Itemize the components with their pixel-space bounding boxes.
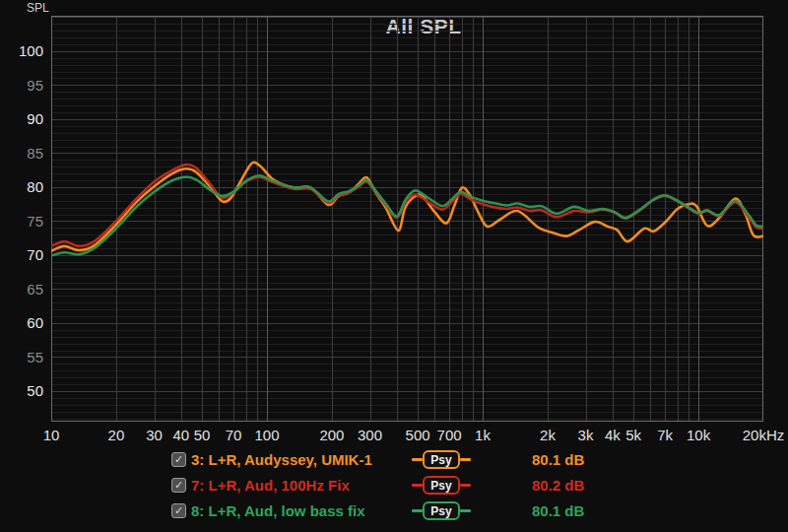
psy-smoothing-button[interactable]: Psy — [423, 501, 460, 520]
y-tick-label: 60 — [0, 314, 43, 331]
legend: ✓ 3: L+R, Audyssey, UMIK-1 Psy 80.1 dB ✓… — [171, 450, 611, 527]
psy-smoothing-button[interactable]: Psy — [423, 450, 460, 469]
visibility-checkbox[interactable]: ✓ — [171, 503, 186, 518]
trace-line-right — [460, 484, 471, 487]
y-tick-label: 55 — [0, 349, 43, 366]
smoothing-control: Psy — [412, 501, 471, 520]
checkmark-icon: ✓ — [174, 480, 183, 491]
smoothing-control: Psy — [412, 450, 471, 469]
x-tick-label: 10k — [667, 427, 730, 443]
x-tick-label: 1k — [451, 427, 514, 443]
trace-line-right — [460, 509, 471, 512]
visibility-checkbox[interactable]: ✓ — [171, 452, 186, 467]
checkmark-icon: ✓ — [174, 505, 183, 516]
spl-value: 80.1 dB — [532, 451, 611, 468]
measurement-label[interactable]: 8: L+R, Aud, low bass fix — [191, 502, 412, 519]
psy-smoothing-button[interactable]: Psy — [423, 476, 460, 495]
measurement-label[interactable]: 7: L+R, Aud, 100Hz Fix — [191, 477, 412, 494]
trace-line-right — [460, 458, 471, 461]
trace-line-left — [412, 458, 423, 461]
y-tick-label: 70 — [0, 246, 43, 263]
y-tick-label: 80 — [0, 178, 43, 195]
spl-value: 80.2 dB — [532, 477, 611, 494]
x-tick-label: 100 — [235, 427, 298, 443]
legend-row-audyssey: ✓ 3: L+R, Audyssey, UMIK-1 Psy 80.1 dB — [171, 450, 611, 469]
y-tick-label: 85 — [0, 145, 43, 162]
legend-row-low-bass-fix: ✓ 8: L+R, Aud, low bass fix Psy 80.1 dB — [171, 501, 611, 520]
y-tick-label: 65 — [0, 281, 43, 298]
trace-0 — [51, 163, 763, 251]
measurement-label[interactable]: 3: L+R, Audyssey, UMIK-1 — [191, 451, 412, 468]
y-tick-label: 100 — [0, 42, 43, 59]
y-tick-label: 95 — [0, 77, 43, 94]
y-tick-label: 75 — [0, 213, 43, 230]
visibility-checkbox[interactable]: ✓ — [171, 478, 186, 493]
trace-line-left — [412, 509, 423, 512]
legend-row-100hz-fix: ✓ 7: L+R, Aud, 100Hz Fix Psy 80.2 dB — [171, 476, 611, 495]
trace-line-left — [412, 484, 423, 487]
x-tick-label: 20kHz — [732, 427, 788, 443]
spl-graph-window: SPL All SPL 50556065707580859095100 1020… — [0, 0, 788, 532]
smoothing-control: Psy — [412, 476, 471, 495]
y-tick-label: 50 — [0, 382, 43, 399]
y-tick-label: 90 — [0, 110, 43, 127]
spl-value: 80.1 dB — [532, 502, 611, 519]
x-tick-label: 10 — [20, 427, 83, 443]
checkmark-icon: ✓ — [174, 454, 183, 465]
